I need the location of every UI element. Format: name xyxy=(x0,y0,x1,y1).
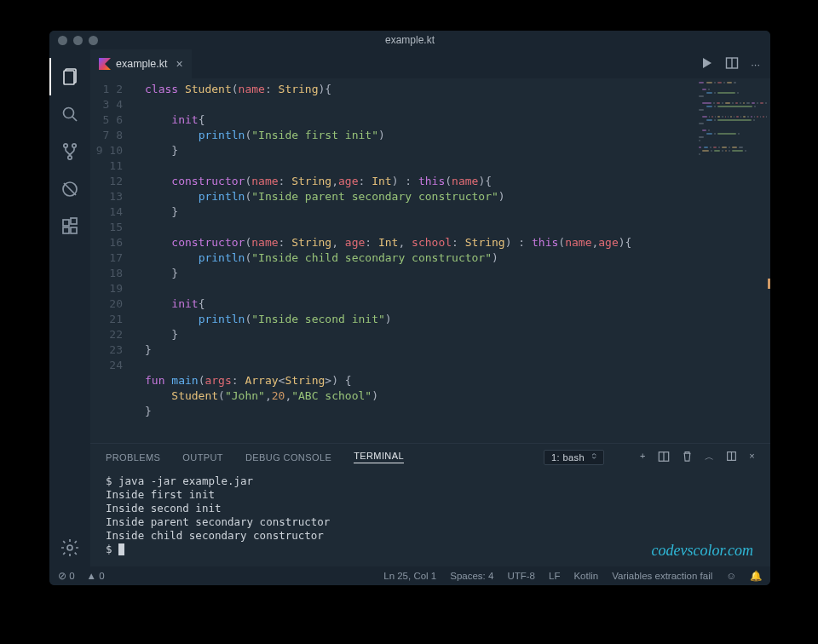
svg-line-8 xyxy=(64,183,76,195)
source-control-icon[interactable] xyxy=(49,133,90,170)
main-row: example.kt × ··· 1 2 3 4 5 6 7 8 9 10 11… xyxy=(49,49,770,566)
svg-point-6 xyxy=(68,156,72,159)
svg-point-2 xyxy=(64,108,74,118)
svg-rect-11 xyxy=(71,227,77,233)
split-terminal-icon[interactable] xyxy=(658,451,670,464)
extensions-icon[interactable] xyxy=(49,208,90,245)
panel-tab-problems[interactable]: PROBLEMS xyxy=(106,452,160,463)
panel-tab-output[interactable]: OUTPUT xyxy=(182,452,223,463)
kill-terminal-icon[interactable] xyxy=(682,451,693,464)
status-language[interactable]: Kotlin xyxy=(573,571,598,581)
split-editor-icon[interactable] xyxy=(725,56,739,72)
zoom-window[interactable] xyxy=(89,36,98,45)
run-icon[interactable] xyxy=(700,56,713,72)
panel-tabs: PROBLEMS OUTPUT DEBUG CONSOLE TERMINAL 1… xyxy=(90,444,770,471)
window-title: example.kt xyxy=(49,34,770,46)
statusbar: ⊘ 0 ▲ 0 Ln 25, Col 1 Spaces: 4 UTF-8 LF … xyxy=(49,566,770,585)
scrollbar-marker xyxy=(768,279,770,289)
editor-actions: ··· xyxy=(700,49,770,78)
watermark: codevscolor.com xyxy=(652,542,753,560)
tab-filename: example.kt xyxy=(116,58,167,70)
line-number-gutter: 1 2 3 4 5 6 7 8 9 10 11 12 13 14 15 16 1… xyxy=(90,78,133,443)
svg-rect-1 xyxy=(64,71,74,84)
svg-rect-12 xyxy=(71,218,77,224)
activity-bar xyxy=(49,49,90,566)
status-errors[interactable]: ⊘ 0 xyxy=(58,570,75,582)
status-warnings[interactable]: ▲ 0 xyxy=(87,571,105,581)
settings-gear-icon[interactable] xyxy=(49,529,90,566)
debug-icon[interactable] xyxy=(49,170,90,208)
traffic-lights xyxy=(49,36,98,45)
editor-pane[interactable]: 1 2 3 4 5 6 7 8 9 10 11 12 13 14 15 16 1… xyxy=(90,78,770,443)
tab-example-kt[interactable]: example.kt × xyxy=(90,49,192,78)
svg-rect-9 xyxy=(63,220,69,226)
svg-rect-10 xyxy=(63,227,69,233)
svg-point-13 xyxy=(67,545,72,550)
status-eol[interactable]: LF xyxy=(549,571,560,581)
search-icon[interactable] xyxy=(49,95,90,133)
status-spaces[interactable]: Spaces: 4 xyxy=(450,571,493,581)
tabbar: example.kt × ··· xyxy=(90,49,770,78)
new-terminal-icon[interactable]: + xyxy=(640,451,646,464)
titlebar: example.kt xyxy=(49,31,770,49)
svg-point-4 xyxy=(64,144,67,147)
close-tab-icon[interactable]: × xyxy=(176,57,182,71)
panel-tab-debug-console[interactable]: DEBUG CONSOLE xyxy=(245,452,331,463)
close-window[interactable] xyxy=(58,36,67,45)
editor-window: example.kt xyxy=(49,31,770,585)
status-lncol[interactable]: Ln 25, Col 1 xyxy=(383,571,436,581)
more-actions-icon[interactable]: ··· xyxy=(751,58,760,71)
code-area[interactable]: class Student(name: String){ init{ print… xyxy=(133,78,770,443)
status-encoding[interactable]: UTF-8 xyxy=(507,571,535,581)
svg-line-3 xyxy=(72,117,77,121)
svg-point-5 xyxy=(72,144,76,147)
panel-icons: + ︿ × xyxy=(640,451,755,464)
editor-column: example.kt × ··· 1 2 3 4 5 6 7 8 9 10 11… xyxy=(90,49,770,566)
maximize-panel-icon[interactable] xyxy=(726,451,737,464)
terminal-selector[interactable]: 1: bash xyxy=(544,450,604,465)
kotlin-file-icon xyxy=(99,58,111,70)
close-panel-icon[interactable]: × xyxy=(749,451,755,464)
status-bell-icon[interactable]: 🔔 xyxy=(750,570,762,582)
status-extra[interactable]: Variables extraction fail xyxy=(612,571,712,581)
status-feedback-icon[interactable]: ☺ xyxy=(726,571,736,581)
panel-tab-terminal[interactable]: TERMINAL xyxy=(354,451,404,463)
explorer-icon[interactable] xyxy=(49,58,90,95)
minimize-window[interactable] xyxy=(73,36,83,45)
chevron-up-icon[interactable]: ︿ xyxy=(705,451,714,464)
